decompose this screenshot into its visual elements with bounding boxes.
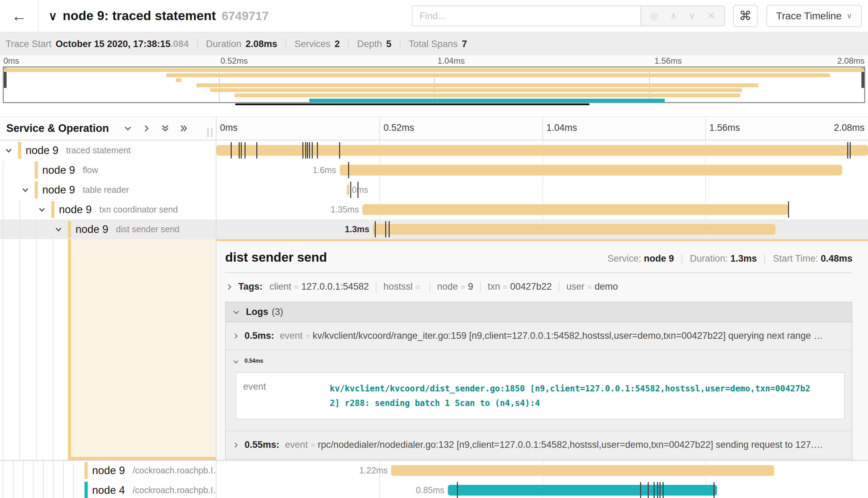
trace-minimap[interactable] xyxy=(3,66,865,103)
span-name-cell[interactable]: node 9/cockroach.roachpb.I… xyxy=(0,461,216,480)
indent-guide xyxy=(36,239,37,460)
timeline-gridline xyxy=(379,480,380,498)
chevron-down-icon[interactable] xyxy=(3,145,14,156)
indent-guide xyxy=(3,160,3,180)
span-timeline-cell[interactable]: 1.6ms xyxy=(216,160,868,180)
span-row[interactable]: node 9txn coordinator send1.35ms xyxy=(0,200,868,219)
span-timeline-cell[interactable] xyxy=(216,141,868,160)
span-duration-value: 1.3ms xyxy=(730,253,757,264)
log-marker-tick xyxy=(375,221,376,237)
span-row[interactable]: node 9traced statement xyxy=(0,141,868,160)
span-timeline-cell[interactable]: 1.22ms xyxy=(216,461,868,480)
span-bar[interactable] xyxy=(373,224,775,235)
collapse-one-icon[interactable] xyxy=(122,123,134,134)
keyboard-shortcuts-button[interactable]: ⌘ xyxy=(733,5,758,27)
minimap-span-bar xyxy=(4,68,864,72)
log-field-value: kv/kvclient/kvcoord/dist_sender.go:1850 … xyxy=(330,381,815,410)
expand-all-icon[interactable] xyxy=(178,123,190,134)
indent-guide xyxy=(23,461,24,480)
span-bar[interactable] xyxy=(362,204,788,215)
log-marker-tick xyxy=(348,162,349,178)
span-timeline-cell[interactable]: 1.35ms xyxy=(216,200,868,219)
log-marker-tick xyxy=(648,482,649,498)
log-entry-collapsed[interactable]: 0.5ms: event = kv/kvclient/kvcoord/range… xyxy=(226,322,852,350)
log-marker-tick xyxy=(659,482,661,498)
back-button[interactable]: ← xyxy=(0,0,39,32)
prev-match-icon[interactable]: ∧ xyxy=(670,11,677,21)
trace-start-value: October 15 2020, 17:38:15 xyxy=(56,39,171,49)
horizontal-scrollbar[interactable] xyxy=(235,103,590,105)
find-group: ◎ ∧ ∨ ✕ xyxy=(412,6,725,26)
span-meta: Service: node 9 Duration: 1.3ms Start Ti… xyxy=(608,253,852,264)
span-duration-label: 1.22ms xyxy=(359,465,388,476)
indent-guide xyxy=(36,219,37,239)
tag-item: txn=00427b22 xyxy=(488,281,552,292)
back-arrow-icon: ← xyxy=(11,7,27,25)
trace-view-selector[interactable]: Trace Timeline ∨ xyxy=(767,5,862,27)
chevron-down-icon[interactable] xyxy=(20,185,30,195)
span-row[interactable]: node 9/cockroach.roachpb.I…1.22ms xyxy=(0,461,868,480)
log-entry-collapsed[interactable]: 0.55ms: event = rpc/nodedialer/nodediale… xyxy=(226,431,852,459)
indent-guide xyxy=(63,480,64,498)
span-bar[interactable] xyxy=(448,485,717,496)
span-name-cell[interactable]: node 9traced statement xyxy=(0,141,216,160)
operation-name: table reader xyxy=(83,185,129,195)
span-row[interactable]: node 9flow1.6ms xyxy=(0,160,868,180)
find-input[interactable] xyxy=(412,6,640,26)
collapse-trace-chevron-icon[interactable]: ∨ xyxy=(48,9,57,23)
log-marker-tick xyxy=(788,201,789,218)
next-match-icon[interactable]: ∨ xyxy=(689,11,696,21)
span-name-cell[interactable]: node 4/cockroach.roachpb.I… xyxy=(0,480,216,498)
logs-header[interactable]: Logs (3) xyxy=(226,302,852,322)
minimap-tick: 0ms xyxy=(3,56,19,66)
span-bar[interactable] xyxy=(340,165,842,175)
span-timeline-cell[interactable]: 1.3ms xyxy=(216,219,868,239)
span-bar[interactable] xyxy=(391,465,774,476)
logs-footnote: Log timestamps are relative to the start… xyxy=(226,459,852,460)
span-name-cell[interactable]: node 9dist sender send xyxy=(0,219,216,239)
span-bar[interactable] xyxy=(347,184,349,195)
log-field-key: event xyxy=(280,331,303,341)
indent-guide xyxy=(43,480,44,498)
indent-guide xyxy=(63,461,64,480)
span-timeline-cell[interactable]: 0ms xyxy=(216,180,868,200)
chevron-down-icon[interactable] xyxy=(53,224,64,235)
minimap-span-bar xyxy=(176,78,181,82)
locate-icon[interactable]: ◎ xyxy=(650,11,658,21)
timeline-gridline xyxy=(379,180,380,200)
span-bar[interactable] xyxy=(216,145,868,156)
log-marker-tick xyxy=(256,142,257,159)
span-row[interactable]: node 9table reader0ms xyxy=(0,180,868,200)
span-name-cell[interactable]: node 9flow xyxy=(0,160,216,180)
log-entry-expanded[interactable]: 0.54ms event kv/kvclient/kvcoord/dist_se… xyxy=(226,350,852,431)
span-name-cell[interactable]: node 9table reader xyxy=(0,180,216,200)
service-operation-title: Service & Operation xyxy=(6,122,109,135)
tags-accordion[interactable]: Tags: client=127.0.0.1:54582 hostssl= no… xyxy=(225,281,852,292)
tag-item: user=demo xyxy=(566,281,618,292)
log-marker-tick xyxy=(239,142,240,159)
chevron-down-icon[interactable] xyxy=(37,205,47,215)
span-name-cell[interactable]: node 9txn coordinator send xyxy=(0,200,216,219)
expand-one-icon[interactable] xyxy=(141,123,152,134)
collapse-all-icon[interactable] xyxy=(159,123,171,134)
clear-search-icon[interactable]: ✕ xyxy=(707,11,715,21)
divider xyxy=(285,39,286,49)
span-row[interactable]: node 4/cockroach.roachpb.I…0.85ms xyxy=(0,480,868,498)
log-marker-tick xyxy=(307,142,308,159)
equals-sign: = xyxy=(311,441,315,450)
service-name: node 4 xyxy=(92,484,125,497)
log-field-value: rpc/nodedialer/nodedialer.go:132 [n9,cli… xyxy=(318,440,823,450)
span-detail-row: dist sender send Service: node 9 Duratio… xyxy=(0,239,868,461)
minimap-tick: 1.56ms xyxy=(655,56,682,66)
span-color-bar xyxy=(85,482,88,498)
column-resizer-grip[interactable] xyxy=(207,128,212,137)
scroll-indicator-track xyxy=(0,103,868,106)
span-timeline-cell[interactable]: 0.85ms xyxy=(216,480,868,498)
tag-item: hostssl= xyxy=(383,281,423,292)
span-row[interactable]: node 9dist sender send1.3ms xyxy=(0,219,868,239)
top-bar-actions: ◎ ∧ ∨ ✕ ⌘ Trace Timeline ∨ xyxy=(412,5,862,27)
indent-guide xyxy=(73,461,74,480)
tick-border xyxy=(542,117,543,140)
indent-guide xyxy=(43,461,44,480)
log-marker-tick xyxy=(317,142,318,159)
